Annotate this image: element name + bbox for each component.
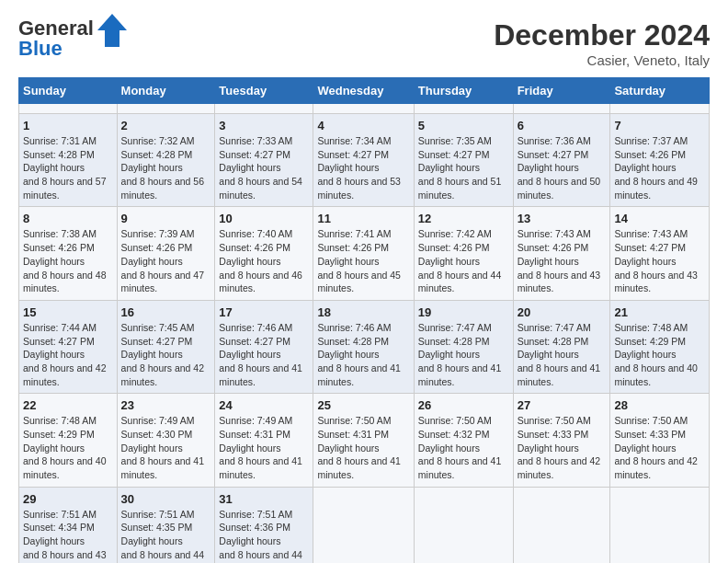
calendar-cell: 18Sunrise: 7:46 AMSunset: 4:28 PMDayligh… xyxy=(313,300,414,393)
day-detail: Sunrise: 7:42 AMSunset: 4:26 PMDaylight … xyxy=(418,227,509,294)
calendar-cell: 6Sunrise: 7:36 AMSunset: 4:27 PMDaylight… xyxy=(513,114,610,207)
day-number: 4 xyxy=(317,119,409,132)
day-number: 29 xyxy=(23,492,113,506)
calendar-week-5: 29Sunrise: 7:51 AMSunset: 4:34 PMDayligh… xyxy=(19,487,710,563)
calendar-cell: 20Sunrise: 7:47 AMSunset: 4:28 PMDayligh… xyxy=(513,300,610,393)
day-detail: Sunrise: 7:32 AMSunset: 4:28 PMDaylight … xyxy=(121,134,211,201)
calendar-week-2: 8Sunrise: 7:38 AMSunset: 4:26 PMDaylight… xyxy=(19,207,710,300)
col-wednesday: Wednesday xyxy=(313,78,414,104)
calendar-cell: 17Sunrise: 7:46 AMSunset: 4:27 PMDayligh… xyxy=(215,300,313,393)
day-number: 21 xyxy=(614,305,705,319)
day-detail: Sunrise: 7:51 AMSunset: 4:36 PMDaylight … xyxy=(219,508,309,563)
day-detail: Sunrise: 7:46 AMSunset: 4:28 PMDaylight … xyxy=(317,321,409,388)
calendar-cell xyxy=(117,104,215,114)
calendar-subtitle: Casier, Veneto, Italy xyxy=(494,52,710,68)
calendar-title: December 2024 xyxy=(494,18,710,52)
day-number: 30 xyxy=(121,492,211,506)
col-tuesday: Tuesday xyxy=(215,78,313,104)
day-number: 23 xyxy=(121,398,211,412)
col-monday: Monday xyxy=(117,78,215,104)
calendar-cell: 19Sunrise: 7:47 AMSunset: 4:28 PMDayligh… xyxy=(414,300,513,393)
day-number: 22 xyxy=(23,398,113,412)
day-number: 25 xyxy=(317,398,409,412)
calendar-cell: 14Sunrise: 7:43 AMSunset: 4:27 PMDayligh… xyxy=(610,207,710,300)
calendar-cell: 22Sunrise: 7:48 AMSunset: 4:29 PMDayligh… xyxy=(19,394,118,487)
calendar-cell xyxy=(19,104,118,114)
day-number: 3 xyxy=(219,119,309,132)
calendar-cell xyxy=(513,104,610,114)
day-number: 17 xyxy=(219,305,309,319)
day-detail: Sunrise: 7:43 AMSunset: 4:27 PMDaylight … xyxy=(614,227,705,294)
day-detail: Sunrise: 7:38 AMSunset: 4:26 PMDaylight … xyxy=(23,227,113,294)
calendar-cell: 16Sunrise: 7:45 AMSunset: 4:27 PMDayligh… xyxy=(117,300,215,393)
day-detail: Sunrise: 7:49 AMSunset: 4:31 PMDaylight … xyxy=(219,414,309,481)
calendar-cell: 15Sunrise: 7:44 AMSunset: 4:27 PMDayligh… xyxy=(19,300,118,393)
calendar-week-1: 1Sunrise: 7:31 AMSunset: 4:28 PMDaylight… xyxy=(19,114,710,207)
day-detail: Sunrise: 7:35 AMSunset: 4:27 PMDaylight … xyxy=(418,134,509,201)
day-detail: Sunrise: 7:44 AMSunset: 4:27 PMDaylight … xyxy=(23,321,113,388)
day-detail: Sunrise: 7:33 AMSunset: 4:27 PMDaylight … xyxy=(219,134,309,201)
logo-blue: Blue xyxy=(18,37,63,60)
calendar-cell: 31Sunrise: 7:51 AMSunset: 4:36 PMDayligh… xyxy=(215,487,313,563)
calendar-cell xyxy=(414,487,513,563)
calendar-cell xyxy=(215,104,313,114)
day-number: 14 xyxy=(614,212,705,225)
day-number: 6 xyxy=(518,119,607,132)
calendar-cell: 29Sunrise: 7:51 AMSunset: 4:34 PMDayligh… xyxy=(19,487,118,563)
calendar-cell xyxy=(414,104,513,114)
day-number: 15 xyxy=(23,305,113,319)
calendar-table: Sunday Monday Tuesday Wednesday Thursday… xyxy=(18,77,710,563)
day-detail: Sunrise: 7:47 AMSunset: 4:28 PMDaylight … xyxy=(418,321,509,388)
day-detail: Sunrise: 7:41 AMSunset: 4:26 PMDaylight … xyxy=(317,227,409,294)
day-number: 13 xyxy=(518,212,607,225)
day-detail: Sunrise: 7:50 AMSunset: 4:33 PMDaylight … xyxy=(614,414,705,481)
day-number: 19 xyxy=(418,305,509,319)
day-number: 12 xyxy=(418,212,509,225)
day-number: 2 xyxy=(121,119,211,132)
day-detail: Sunrise: 7:51 AMSunset: 4:34 PMDaylight … xyxy=(23,508,113,563)
day-number: 16 xyxy=(121,305,211,319)
day-detail: Sunrise: 7:39 AMSunset: 4:26 PMDaylight … xyxy=(121,227,211,294)
calendar-cell: 27Sunrise: 7:50 AMSunset: 4:33 PMDayligh… xyxy=(513,394,610,487)
logo: General Blue xyxy=(18,18,127,59)
calendar-cell: 30Sunrise: 7:51 AMSunset: 4:35 PMDayligh… xyxy=(117,487,215,563)
day-number: 20 xyxy=(518,305,607,319)
col-thursday: Thursday xyxy=(414,78,513,104)
day-number: 5 xyxy=(418,119,509,132)
calendar-header-row: Sunday Monday Tuesday Wednesday Thursday… xyxy=(19,78,710,104)
calendar-cell: 25Sunrise: 7:50 AMSunset: 4:31 PMDayligh… xyxy=(313,394,414,487)
col-friday: Friday xyxy=(513,78,610,104)
calendar-cell: 11Sunrise: 7:41 AMSunset: 4:26 PMDayligh… xyxy=(313,207,414,300)
calendar-cell: 1Sunrise: 7:31 AMSunset: 4:28 PMDaylight… xyxy=(19,114,118,207)
day-detail: Sunrise: 7:49 AMSunset: 4:30 PMDaylight … xyxy=(121,414,211,481)
logo-icon xyxy=(97,14,127,47)
day-number: 10 xyxy=(219,212,309,225)
calendar-cell: 8Sunrise: 7:38 AMSunset: 4:26 PMDaylight… xyxy=(19,207,118,300)
calendar-cell: 26Sunrise: 7:50 AMSunset: 4:32 PMDayligh… xyxy=(414,394,513,487)
calendar-cell: 13Sunrise: 7:43 AMSunset: 4:26 PMDayligh… xyxy=(513,207,610,300)
day-number: 1 xyxy=(23,119,113,132)
day-number: 27 xyxy=(518,398,607,412)
calendar-cell: 9Sunrise: 7:39 AMSunset: 4:26 PMDaylight… xyxy=(117,207,215,300)
day-number: 7 xyxy=(614,119,705,132)
page-header: General Blue December 2024 Casier, Venet… xyxy=(18,18,710,68)
day-detail: Sunrise: 7:48 AMSunset: 4:29 PMDaylight … xyxy=(614,321,705,388)
day-detail: Sunrise: 7:43 AMSunset: 4:26 PMDaylight … xyxy=(518,227,607,294)
calendar-cell xyxy=(610,104,710,114)
day-number: 8 xyxy=(23,212,113,225)
calendar-cell: 24Sunrise: 7:49 AMSunset: 4:31 PMDayligh… xyxy=(215,394,313,487)
day-number: 31 xyxy=(219,492,309,506)
day-detail: Sunrise: 7:37 AMSunset: 4:26 PMDaylight … xyxy=(614,134,705,201)
day-detail: Sunrise: 7:36 AMSunset: 4:27 PMDaylight … xyxy=(518,134,607,201)
calendar-cell xyxy=(513,487,610,563)
day-detail: Sunrise: 7:48 AMSunset: 4:29 PMDaylight … xyxy=(23,414,113,481)
calendar-week-4: 22Sunrise: 7:48 AMSunset: 4:29 PMDayligh… xyxy=(19,394,710,487)
day-detail: Sunrise: 7:51 AMSunset: 4:35 PMDaylight … xyxy=(121,508,211,563)
calendar-week-3: 15Sunrise: 7:44 AMSunset: 4:27 PMDayligh… xyxy=(19,300,710,393)
day-detail: Sunrise: 7:34 AMSunset: 4:27 PMDaylight … xyxy=(317,134,409,201)
calendar-cell: 4Sunrise: 7:34 AMSunset: 4:27 PMDaylight… xyxy=(313,114,414,207)
calendar-week-0 xyxy=(19,104,710,114)
day-detail: Sunrise: 7:31 AMSunset: 4:28 PMDaylight … xyxy=(23,134,113,201)
day-number: 18 xyxy=(317,305,409,319)
day-number: 24 xyxy=(219,398,309,412)
